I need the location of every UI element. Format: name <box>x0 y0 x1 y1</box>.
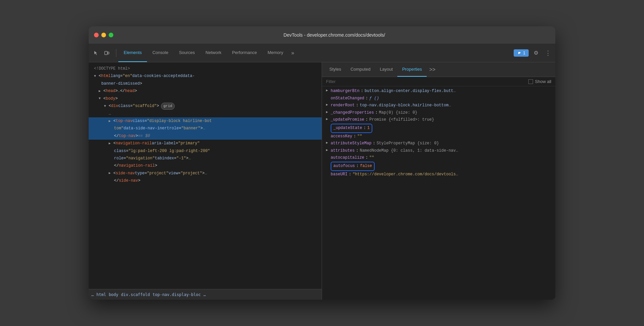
issues-badge-button[interactable]: 1 <box>514 49 529 57</box>
panel-tab-computed[interactable]: Computed <box>346 62 375 77</box>
title-bar: DevTools - developer.chrome.com/docs/dev… <box>89 26 555 44</box>
cursor-icon[interactable] <box>91 48 101 58</box>
breadcrumb-div-scaffold[interactable]: div.scaffold <box>121 292 150 297</box>
svg-rect-1 <box>108 52 109 54</box>
tab-performance[interactable]: Performance <box>227 44 262 62</box>
more-options-icon[interactable]: ⋮ <box>543 48 553 58</box>
dom-line-scaffold[interactable]: ▼ <div class="scaffold"> grid <box>89 102 322 110</box>
dom-line-doctype[interactable]: <!DOCTYPE html> <box>89 65 322 72</box>
scaffold-triangle[interactable]: ▼ <box>104 103 109 109</box>
filter-input[interactable] <box>326 79 526 84</box>
devtools-body: Elements Console Sources Network Perform… <box>89 44 555 300</box>
maximize-button[interactable] <box>109 33 113 37</box>
svg-rect-0 <box>105 51 107 55</box>
traffic-lights <box>94 33 113 37</box>
prop-autocapitalize[interactable]: ▶ autocapitalize : "" <box>322 154 555 162</box>
dom-line-topnav1[interactable]: ▶ <top-nav class="display-block hairline… <box>89 117 322 125</box>
show-all-label: Show all <box>535 79 551 84</box>
prop-base-uri[interactable]: ▶ baseURI : "https://developer.chrome.co… <box>322 171 555 178</box>
close-button[interactable] <box>94 33 99 37</box>
dom-line-topnav2[interactable]: tom" data-side-nav-inert role="banner">… <box>89 125 322 132</box>
dom-line-head[interactable]: ▶ <head>…</head> <box>89 87 322 95</box>
panel-tab-layout[interactable]: Layout <box>375 62 397 77</box>
prop-attribute-style-map[interactable]: ▶ attributeStyleMap : StylePropertyMap {… <box>322 140 555 147</box>
breadcrumb-bar: … html body div.scaffold top-nav.display… <box>89 289 322 300</box>
properties-panel: Styles Computed Layout Properties >> <box>322 62 555 300</box>
elements-panel: <!DOCTYPE html> ▼ <html lang="en" data-c… <box>89 62 322 300</box>
show-all-checkbox[interactable]: Show all <box>528 79 551 84</box>
prop-access-key[interactable]: ▶ accessKey : "" <box>322 133 555 140</box>
dom-line-topnav-close[interactable]: </top-nav> == $0 <box>89 132 322 140</box>
prop-triangle[interactable]: ▶ <box>326 102 331 108</box>
devtools-window: DevTools - developer.chrome.com/docs/dev… <box>89 26 555 300</box>
settings-icon[interactable]: ⚙ <box>531 48 541 58</box>
prop-update-state[interactable]: ▶ _updateState : 1 <box>322 124 555 133</box>
html-triangle[interactable]: ▼ <box>94 73 99 79</box>
tab-memory[interactable]: Memory <box>262 44 289 62</box>
more-tabs-button[interactable]: » <box>289 44 297 62</box>
nav-triangle[interactable]: ▶ <box>109 141 113 146</box>
tab-elements[interactable]: Elements <box>118 44 147 62</box>
breadcrumb-ellipsis[interactable]: … <box>91 292 94 297</box>
window-title: DevTools - developer.chrome.com/docs/dev… <box>119 32 550 38</box>
tab-console[interactable]: Console <box>147 44 174 62</box>
prop-triangle[interactable]: ▶ <box>326 88 331 94</box>
dom-line-navline1[interactable]: ▶ <navigation-rail aria-label="primary" <box>89 140 322 147</box>
panel-tabs: Styles Computed Layout Properties >> <box>322 62 555 77</box>
dom-line-navline2[interactable]: class="lg:pad-left-200 lg:pad-right-200" <box>89 147 322 155</box>
breadcrumb-end-ellipsis[interactable]: … <box>203 292 206 297</box>
minimize-button[interactable] <box>101 33 106 37</box>
main-tabs: Elements Console Sources Network Perform… <box>118 44 297 62</box>
prop-attributes[interactable]: ▶ attributes : NamedNodeMap {0: class, 1… <box>322 147 555 155</box>
prop-render-root[interactable]: ▶ renderRoot : top-nav.display-block.hai… <box>322 102 555 109</box>
toolbar-separator <box>116 49 116 57</box>
dom-line-navclose[interactable]: </navigation-rail> <box>89 162 322 169</box>
dom-line-html[interactable]: ▼ <html lang="en" data-cookies-accepted … <box>89 72 322 80</box>
autofocus-highlight: autofocus : false <box>331 162 375 171</box>
head-triangle[interactable]: ▶ <box>99 88 103 94</box>
dom-line-sidenav-close[interactable]: </side-nav> <box>89 177 322 184</box>
prop-autofocus[interactable]: ▶ autofocus : false <box>322 162 555 171</box>
prop-on-state-changed[interactable]: ▶ onStateChanged : ƒ () <box>322 95 555 102</box>
show-all-checkbox-box[interactable] <box>528 79 533 84</box>
devtools-main: <!DOCTYPE html> ▼ <html lang="en" data-c… <box>89 62 555 300</box>
toolbar-icons <box>91 48 111 58</box>
filter-bar: Show all <box>322 77 555 86</box>
elements-content[interactable]: <!DOCTYPE html> ▼ <html lang="en" data-c… <box>89 62 322 289</box>
breadcrumb-body[interactable]: body <box>109 292 118 297</box>
main-toolbar: Elements Console Sources Network Perform… <box>89 44 555 62</box>
panel-more-tabs-button[interactable]: >> <box>427 62 438 77</box>
prop-changed-properties[interactable]: ▶ _changedProperties : Map(0) {size: 0} <box>322 109 555 117</box>
dom-line-navline3[interactable]: role="navigation" tabindex="-1">… <box>89 155 322 162</box>
prop-triangle[interactable]: ▶ <box>326 140 331 146</box>
dom-line-sidenav[interactable]: ▶ <side-nav type="project" view="project… <box>89 170 322 177</box>
update-state-highlight: _updateState : 1 <box>331 124 372 133</box>
panel-tab-properties[interactable]: Properties <box>397 62 426 77</box>
tab-network[interactable]: Network <box>200 44 227 62</box>
prop-update-promise[interactable]: ▶ _updatePromise : Promise {<fulfilled>:… <box>322 116 555 124</box>
dom-line-body[interactable]: ▼ <body> <box>89 95 322 102</box>
dom-line-ellipsis[interactable]: … <box>89 110 322 117</box>
properties-content[interactable]: ▶ hamburgerBtn : button.align-center.dis… <box>322 86 555 300</box>
grid-badge[interactable]: grid <box>161 103 174 110</box>
topnav-triangle[interactable]: ▶ <box>109 118 113 124</box>
body-triangle[interactable]: ▼ <box>99 96 103 101</box>
dom-line-html-cont[interactable]: banner-dismissed> <box>89 80 322 87</box>
device-toggle-icon[interactable] <box>102 48 111 58</box>
breadcrumb-top-nav[interactable]: top-nav.display-bloc <box>153 292 201 297</box>
toolbar-right: 1 ⚙ ⋮ <box>514 48 553 58</box>
tab-sources[interactable]: Sources <box>174 44 200 62</box>
panel-tab-styles[interactable]: Styles <box>325 62 346 77</box>
breadcrumb-html[interactable]: html <box>96 292 106 297</box>
prop-hamburger-btn[interactable]: ▶ hamburgerBtn : button.align-center.dis… <box>322 88 555 95</box>
prop-triangle[interactable]: ▶ <box>326 116 331 122</box>
prop-triangle[interactable]: ▶ <box>326 147 331 153</box>
prop-triangle[interactable]: ▶ <box>326 109 331 115</box>
sidenav-triangle[interactable]: ▶ <box>109 170 113 176</box>
